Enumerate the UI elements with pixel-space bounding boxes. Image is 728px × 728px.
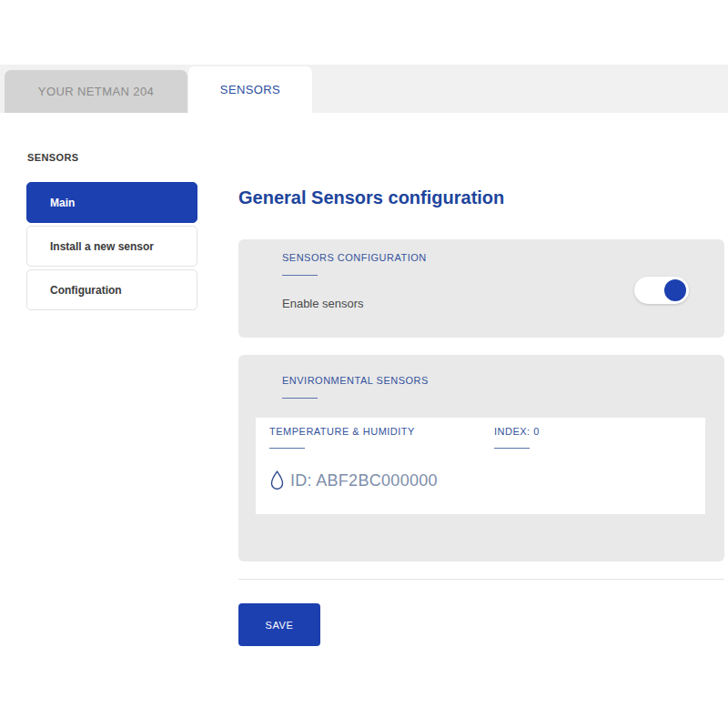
enable-sensors-label: Enable sensors (282, 297, 364, 310)
toggle-knob (664, 279, 686, 301)
section-underline (269, 448, 305, 449)
sidebar-item-install-new-sensor[interactable]: Install a new sensor (26, 226, 197, 267)
tab-bar: YOUR NETMAN 204 SENSORS (0, 65, 728, 113)
tab-sensors[interactable]: SENSORS (188, 66, 312, 113)
section-underline (282, 275, 318, 276)
sidebar-item-main[interactable]: Main (26, 182, 197, 223)
sensor-type-label: TEMPERATURE & HUMIDITY (269, 426, 415, 437)
sensor-card-temperature-humidity: TEMPERATURE & HUMIDITY INDEX: 0 ID: ABF2… (256, 418, 705, 514)
sidebar-heading: SENSORS (26, 152, 197, 163)
tab-label: SENSORS (220, 83, 280, 96)
sensor-index-label: INDEX: 0 (494, 426, 540, 437)
sidebar-item-label: Configuration (50, 284, 122, 297)
section-underline (494, 448, 530, 449)
section-title: ENVIRONMENTAL SENSORS (282, 375, 429, 386)
sidebar-item-label: Install a new sensor (50, 240, 154, 253)
enable-sensors-toggle[interactable] (634, 277, 689, 304)
sidebar: SENSORS Main Install a new sensor Config… (26, 152, 197, 313)
sidebar-item-configuration[interactable]: Configuration (26, 269, 197, 310)
droplet-icon (269, 468, 285, 493)
section-title: SENSORS CONFIGURATION (282, 252, 427, 263)
save-button[interactable]: SAVE (238, 603, 320, 646)
sensors-configuration-card: SENSORS CONFIGURATION Enable sensors (238, 239, 724, 338)
tab-your-netman-204[interactable]: YOUR NETMAN 204 (5, 70, 187, 113)
sensor-id-row: ID: ABF2BC000000 (269, 468, 438, 493)
page-title: General Sensors configuration (238, 187, 504, 208)
divider (238, 579, 724, 580)
tab-label: YOUR NETMAN 204 (38, 85, 154, 98)
section-underline (282, 398, 318, 399)
sidebar-item-label: Main (50, 197, 75, 209)
environmental-sensors-card: ENVIRONMENTAL SENSORS TEMPERATURE & HUMI… (238, 355, 724, 561)
sensor-id-label: ID: ABF2BC000000 (290, 471, 438, 490)
